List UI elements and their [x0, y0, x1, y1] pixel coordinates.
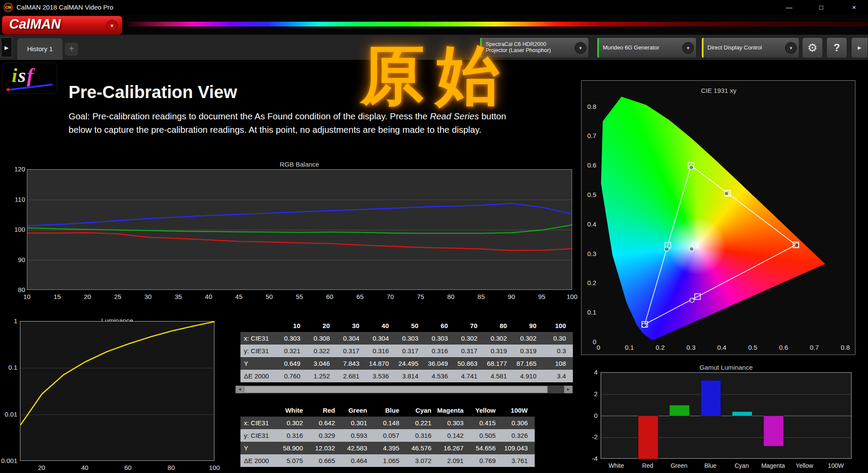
gamut-x-tick-label: 100W — [820, 462, 852, 470]
rgb-balance-title: RGB Balance — [27, 161, 572, 168]
cie-plot — [598, 89, 855, 342]
grayscale-table-scrollbar[interactable]: ◄ ► — [235, 385, 573, 394]
table-row-label: ΔE 2000 — [240, 454, 276, 467]
calman-menu-arrow-icon[interactable]: ▼ — [106, 20, 118, 31]
gamut-x-tick-label: Yellow — [789, 462, 820, 470]
table-cell: 58.900 — [276, 442, 308, 454]
add-tab-button[interactable]: + — [65, 43, 78, 56]
table-header-cell: 20 — [306, 319, 335, 332]
table-header-cell: Yellow — [469, 404, 501, 417]
table-cell: 4.741 — [453, 370, 483, 382]
luminance-chart: Luminance 10.10.010.00120406080100 — [0, 309, 218, 473]
table-header-cell: White — [276, 404, 308, 417]
rgb-y-tick-label: 100 — [10, 226, 25, 233]
cie-y-tick-label: 0.6 — [583, 161, 596, 169]
goal-line1-pre: Goal: Pre-calibration readings to docume… — [69, 111, 430, 121]
device-label-line1: Direct Display Control — [707, 38, 783, 58]
gamut-y-tick-label: -2 — [584, 433, 598, 441]
table-cell: 0.317 — [453, 345, 483, 357]
table-cell: 0.415 — [469, 417, 501, 429]
rgb-balance-lines — [27, 170, 572, 290]
table-header-row: WhiteRedGreenBlueCyanMagentaYellow100W — [235, 404, 535, 417]
dropdown-arrow-icon[interactable]: ▼ — [575, 42, 586, 54]
rgb-x-tick-label: 55 — [291, 293, 308, 301]
cie-measured-white — [690, 247, 694, 251]
rgb-x-tick-label: 65 — [352, 293, 369, 301]
table-gutter — [235, 404, 240, 417]
cie-measured-yellow — [724, 191, 729, 196]
goal-text: Goal: Pre-calibration readings to docume… — [69, 109, 594, 136]
table-header-row: 102030405060708090100 — [235, 319, 573, 332]
gamut-bar-red — [638, 416, 658, 460]
table-cell: 0.304 — [365, 332, 394, 345]
table-cell: 50.863 — [453, 357, 483, 370]
rgb-x-tick-label: 35 — [170, 293, 187, 301]
table-cell: 3.536 — [365, 370, 394, 382]
table-gutter — [235, 332, 240, 345]
help-button[interactable]: ? — [826, 37, 847, 58]
table-cell: 0.301 — [340, 417, 372, 429]
maximize-button[interactable]: □ — [811, 0, 831, 15]
gamut-x-tick-label: Blue — [695, 462, 726, 470]
goal-line2: below to capture the pre-calibration rea… — [69, 125, 481, 135]
table-cell: 1.065 — [372, 454, 404, 467]
table-cell: 0.316 — [404, 429, 437, 442]
cie-x-tick-label: 0.5 — [744, 344, 761, 351]
luminance-x-tick-label: 20 — [33, 464, 50, 472]
gamut-x-tick-label: White — [601, 462, 632, 470]
scroll-thumb[interactable] — [244, 386, 548, 393]
table-cell: 0.464 — [340, 454, 372, 467]
table-cell: 4.395 — [372, 442, 404, 454]
table-header-cell — [240, 319, 276, 332]
rgb-x-tick-label: 100 — [563, 293, 581, 301]
gamut-x-tick-label: Cyan — [726, 462, 757, 470]
table-cell: 54.656 — [469, 442, 501, 454]
source-device-dropdown[interactable]: Murideo 6G Generator ▼ — [597, 37, 697, 58]
device-label: Direct Display Control — [707, 38, 783, 58]
table-row: ΔE 20005.0750.6650.4641.0653.0722.0910.7… — [235, 454, 535, 467]
table-cell: 0.316 — [276, 429, 308, 442]
goal-line1-italic: Read Series — [430, 111, 479, 121]
table-gutter — [235, 417, 240, 429]
rgb-x-tick-label: 25 — [109, 293, 126, 301]
table-cell: 0.303 — [394, 332, 424, 345]
table-row-label: x: CIE31 — [240, 417, 276, 429]
table-header-cell: 100W — [501, 404, 533, 417]
dropdown-arrow-icon[interactable]: ▼ — [785, 42, 797, 54]
settings-button[interactable]: ⚙ — [802, 37, 823, 58]
cie-measured-magenta — [690, 298, 694, 302]
table-header-cell: 80 — [483, 319, 512, 332]
table-cell: 2.681 — [335, 370, 365, 382]
page-title: Pre-Calibration View — [69, 82, 237, 102]
luminance-x-tick-label: 100 — [206, 464, 223, 472]
dropdown-arrow-icon[interactable]: ▼ — [682, 42, 694, 54]
table-cell: 0.303 — [437, 417, 469, 429]
scroll-left-icon[interactable]: ◄ — [236, 386, 244, 393]
panel-expander-button[interactable]: ▶ — [1, 37, 12, 57]
table-cell: 5.075 — [276, 454, 308, 467]
table-cell: 0.319 — [483, 345, 512, 357]
workflow-advance-button[interactable]: ▸ — [851, 37, 868, 58]
table-header-cell: 40 — [365, 319, 394, 332]
close-button[interactable]: × — [844, 0, 864, 15]
cie-x-tick-label: 0.7 — [806, 344, 823, 351]
scroll-right-icon[interactable]: ► — [564, 386, 572, 393]
rgb-y-tick-label: 120 — [10, 165, 25, 173]
table-cell: 46.576 — [404, 442, 437, 454]
cie-y-tick-label: 0.2 — [583, 279, 596, 287]
tab-history-1[interactable]: History 1 — [17, 38, 62, 60]
cie-y-tick-label: 0.8 — [583, 103, 596, 111]
table-row-label: Y — [240, 442, 276, 454]
rgb-x-tick-label: 90 — [503, 293, 520, 301]
display-control-dropdown[interactable]: Direct Display Control ▼ — [701, 37, 799, 58]
table-cell: 2.091 — [437, 454, 469, 467]
table-cell: 0.302 — [483, 332, 512, 345]
minimize-button[interactable]: — — [779, 0, 799, 15]
table-cell: 0.148 — [372, 417, 404, 429]
cie-measured-red — [794, 243, 799, 247]
table-cell: 0.057 — [372, 429, 404, 442]
calman-logo-button[interactable]: CalMAN ▼ — [2, 16, 122, 35]
gamut-table: WhiteRedGreenBlueCyanMagentaYellow100Wx:… — [235, 404, 535, 467]
table-cell: 68.177 — [483, 357, 512, 370]
table-header-cell: Cyan — [404, 404, 437, 417]
